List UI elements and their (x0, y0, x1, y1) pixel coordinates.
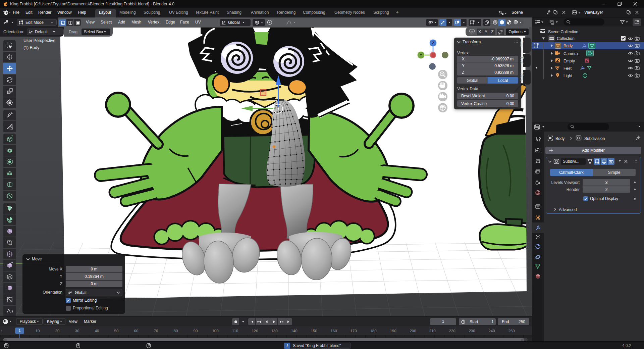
svg-text:(1) Body: (1) Body (23, 45, 40, 50)
svg-text:Z: Z (432, 41, 434, 45)
svg-text:User Perspective: User Perspective (23, 38, 55, 43)
svg-text:Y: Y (420, 53, 422, 57)
